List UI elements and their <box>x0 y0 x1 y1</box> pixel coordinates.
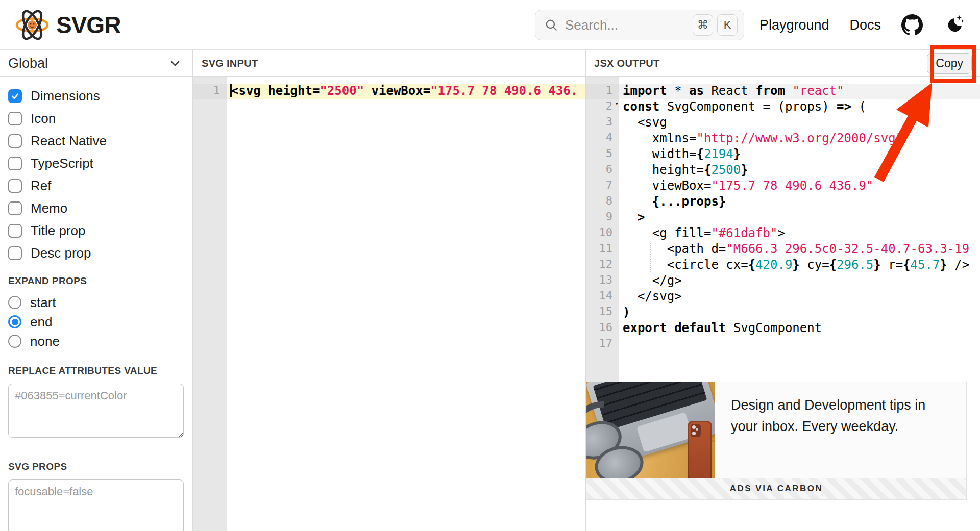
code-line: import * as React from "react" <box>619 84 980 99</box>
checkbox-unchecked-icon[interactable] <box>8 224 22 238</box>
checkbox-unchecked-icon[interactable] <box>8 179 22 193</box>
checkbox-checked-icon[interactable] <box>8 89 22 103</box>
code-line: > <box>619 210 980 226</box>
code-line: <path d="M666.3 296.5c0-32.5-40.7-63.3-1… <box>619 242 980 258</box>
code-line: export default SvgComponent <box>619 321 980 337</box>
checkbox-label: Memo <box>31 200 67 216</box>
jsx-output-panel: JSX OUTPUT Copy 12▾345678910111213141516… <box>585 50 980 531</box>
nav-playground[interactable]: Playground <box>760 17 829 33</box>
line-number: 2▾ <box>586 99 619 115</box>
line-number: 17 <box>586 337 619 352</box>
checkbox-unchecked-icon[interactable] <box>8 201 22 215</box>
checkbox-unchecked-icon[interactable] <box>8 112 22 125</box>
line-number: 9 <box>586 210 619 226</box>
checkbox-title-prop[interactable]: Title prop <box>8 219 184 242</box>
preset-dropdown[interactable]: Global <box>0 50 192 77</box>
ad-phone-graphic <box>688 421 712 479</box>
copy-button[interactable]: Copy <box>927 53 972 74</box>
checkbox-label: TypeScript <box>31 156 93 171</box>
fold-icon[interactable]: ▾ <box>615 99 619 107</box>
radio-selected-icon[interactable] <box>8 315 21 328</box>
option-checkbox-list: DimensionsIconReact NativeTypeScriptRefM… <box>8 85 184 264</box>
search-box[interactable]: ⌘ K <box>535 10 744 40</box>
radio-start[interactable]: start <box>8 293 184 312</box>
checkbox-label: React Native <box>31 133 107 149</box>
jsx-output-gutter: 12▾34567891011121314151617 <box>586 77 619 382</box>
search-icon <box>545 18 558 32</box>
code-line: const SvgComponent = (props) => ( <box>619 99 980 115</box>
line-number: 6 <box>586 163 619 179</box>
svg-props-heading: SVG PROPS <box>8 461 184 472</box>
code-line: {...props} <box>619 194 980 210</box>
radio-unselected-icon[interactable] <box>8 335 21 348</box>
code-line: height={2500} <box>619 163 980 179</box>
checkbox-memo[interactable]: Memo <box>8 197 184 219</box>
svg-input-header: SVG INPUT <box>193 50 585 77</box>
svg-props-textarea[interactable] <box>8 479 184 531</box>
k-key-icon: K <box>717 14 738 36</box>
code-line <box>619 337 980 352</box>
replace-attributes-heading: REPLACE ATTRIBUTES VALUE <box>8 365 184 376</box>
line-number: 13 <box>586 273 619 289</box>
replace-attributes-textarea[interactable] <box>8 384 184 438</box>
checkbox-react-native[interactable]: React Native <box>8 130 184 152</box>
line-number: 4 <box>586 131 619 147</box>
checkbox-icon[interactable]: Icon <box>8 107 184 130</box>
checkbox-unchecked-icon[interactable] <box>8 157 22 170</box>
code-line: </svg> <box>619 289 980 305</box>
carbon-ad[interactable]: Design and Development tips in your inbo… <box>586 382 967 500</box>
code-line: width={2194} <box>619 147 980 163</box>
svg-input-panel: SVG INPUT 1 <svg height="2500" viewBox="… <box>193 50 585 531</box>
ad-attribution[interactable]: ADS VIA CARBON <box>730 484 823 494</box>
header-nav: PlaygroundDocs <box>760 0 965 50</box>
checkbox-ref[interactable]: Ref <box>8 174 184 197</box>
line-number: 5 <box>586 147 619 163</box>
radio-unselected-icon[interactable] <box>8 296 21 309</box>
top-header: SVGR ⌘ K PlaygroundDocs <box>0 0 980 50</box>
nav-docs[interactable]: Docs <box>849 17 881 33</box>
jsx-output-header: JSX OUTPUT Copy <box>586 50 980 77</box>
checkbox-label: Ref <box>31 178 51 194</box>
preset-label: Global <box>8 56 48 71</box>
ad-image[interactable] <box>586 382 715 479</box>
checkbox-label: Desc prop <box>31 245 91 261</box>
dark-mode-toggle[interactable] <box>943 14 965 36</box>
checkbox-typescript[interactable]: TypeScript <box>8 152 184 174</box>
checkbox-dimensions[interactable]: Dimensions <box>8 85 184 107</box>
checkbox-desc-prop[interactable]: Desc prop <box>8 242 184 264</box>
code-line: xmlns="http://www.w3.org/2000/svg" <box>619 131 980 147</box>
svg-input-gutter: 1 <box>193 77 227 531</box>
checkbox-unchecked-icon[interactable] <box>8 134 22 148</box>
radio-none[interactable]: none <box>8 332 184 351</box>
line-number: 10 <box>586 226 619 242</box>
code-line: <g fill="#61dafb"> <box>619 226 980 242</box>
radio-end[interactable]: end <box>8 312 184 332</box>
indent-guide <box>650 259 651 272</box>
expand-props-heading: EXPAND PROPS <box>8 275 184 287</box>
svgr-logo[interactable]: SVGR <box>15 8 120 42</box>
line-number: 12 <box>586 258 619 273</box>
line-number: 15 <box>586 305 619 321</box>
search-input[interactable] <box>565 17 689 33</box>
svg-input-editor[interactable]: <svg height="2500" viewBox="175.7 78 490… <box>227 77 585 531</box>
code-line: <svg height="2500" viewBox="175.7 78 490… <box>227 84 585 99</box>
moon-stars-icon <box>943 14 965 36</box>
atom-logo-icon <box>15 8 49 42</box>
svg-input-title: SVG INPUT <box>202 58 258 69</box>
github-link[interactable] <box>901 14 923 36</box>
radio-label: none <box>30 334 60 349</box>
ad-text[interactable]: Design and Development tips in your inbo… <box>731 394 935 437</box>
expand-props-radio-group: startendnone <box>8 293 184 351</box>
checkbox-label: Title prop <box>31 223 85 239</box>
checkbox-unchecked-icon[interactable] <box>8 246 22 260</box>
jsx-output-title: JSX OUTPUT <box>594 58 660 69</box>
code-line: ) <box>619 305 980 321</box>
line-number: 1 <box>193 84 227 99</box>
radio-label: end <box>30 314 52 330</box>
line-number: 7 <box>586 179 619 194</box>
ad-attribution-band: ADS VIA CARBON <box>586 478 966 499</box>
line-number: 14 <box>586 289 619 305</box>
line-number: 3 <box>586 115 619 131</box>
line-number: 1 <box>586 84 619 99</box>
code-line: </g> <box>619 273 980 289</box>
